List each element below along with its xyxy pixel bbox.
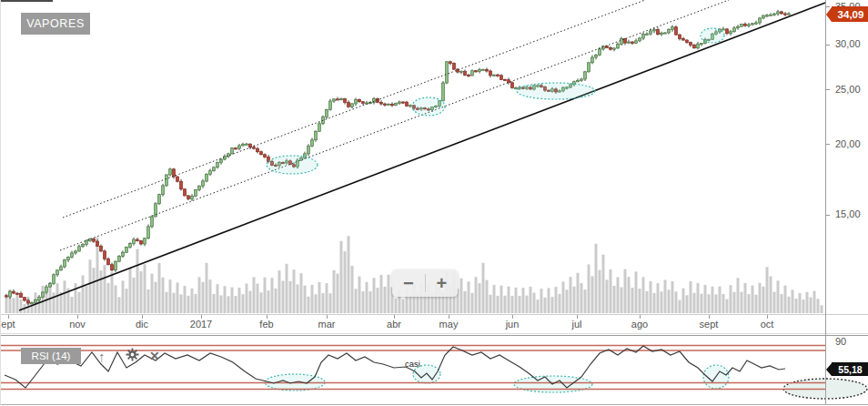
panel-structure xyxy=(1,0,868,405)
zoom-in-button[interactable]: + xyxy=(426,269,459,297)
month-label: oct xyxy=(761,319,774,330)
price-axis-label: 25,00 xyxy=(835,84,861,95)
month-label: mar xyxy=(318,319,336,330)
price-highlight-ellipse-3[interactable] xyxy=(517,83,595,99)
price-axis-tick xyxy=(826,215,830,216)
month-label: sept xyxy=(700,319,719,330)
month-label: dic xyxy=(136,319,148,330)
symbol-badge-label: VAPORES xyxy=(26,17,85,30)
price-axis-tick xyxy=(826,45,830,46)
month-label: jun xyxy=(506,319,520,330)
rsi-scale-label-90: 90 xyxy=(835,336,846,347)
minus-icon: − xyxy=(403,273,414,294)
trend-annotations[interactable] xyxy=(19,0,825,310)
price-highlight-ellipse-1[interactable] xyxy=(267,156,318,174)
month-label: ept xyxy=(1,319,15,330)
price-axis-tick xyxy=(826,144,830,145)
delete-x-glyph: ✕ xyxy=(149,349,160,363)
month-label: may xyxy=(439,319,459,330)
highlight-ellipses[interactable] xyxy=(265,28,867,399)
rsi-value-badge: 55,18 xyxy=(832,362,868,376)
rsi-value: 55,18 xyxy=(838,364,862,375)
move-arrow-icon[interactable]: ↑ xyxy=(98,349,106,364)
month-label: nov xyxy=(69,319,86,330)
price-axis-tick xyxy=(826,89,830,90)
move-arrow-glyph: ↑ xyxy=(98,349,106,364)
channel-dotted-line-2[interactable] xyxy=(60,0,729,250)
trading-app-window: VAPORES 34,09 − + RSI (14) ↑ ✕ casi 90 5… xyxy=(0,0,868,406)
plus-icon: + xyxy=(436,273,447,294)
last-price-badge: 34,09 xyxy=(832,6,868,22)
top-edge-artifact xyxy=(1,0,53,2)
price-highlight-ellipse-2[interactable] xyxy=(412,97,445,116)
price-highlight-ellipse-4[interactable] xyxy=(701,28,724,43)
price-axis-label: 15,00 xyxy=(835,208,861,219)
candlestick-series xyxy=(5,10,791,305)
month-label: feb xyxy=(259,319,273,330)
delete-x-icon[interactable]: ✕ xyxy=(149,349,160,363)
gear-icon[interactable] xyxy=(126,348,139,365)
month-label: abr xyxy=(387,319,401,330)
month-label: 2017 xyxy=(190,319,212,330)
chart-canvas[interactable] xyxy=(1,0,868,406)
price-axis-label: 30,00 xyxy=(835,38,861,49)
zoom-control: − + xyxy=(392,269,458,297)
price-axis-label: 20,00 xyxy=(835,138,861,149)
main-trendline[interactable] xyxy=(19,3,825,310)
rsi-indicator-badge[interactable]: RSI (14) xyxy=(21,348,81,364)
casi-text-annotation[interactable]: casi xyxy=(405,359,420,369)
symbol-badge[interactable]: VAPORES xyxy=(21,13,90,35)
rsi-line xyxy=(5,346,785,388)
month-label: ago xyxy=(631,319,648,330)
zoom-out-button[interactable]: − xyxy=(392,269,425,297)
rsi-indicator-label: RSI (14) xyxy=(32,350,71,361)
casi-text: casi xyxy=(405,359,420,369)
month-label: jul xyxy=(571,319,581,330)
gear-icon-graphic xyxy=(126,348,139,361)
channel-dotted-line-1[interactable] xyxy=(63,0,645,218)
last-price-value: 34,09 xyxy=(838,9,864,20)
